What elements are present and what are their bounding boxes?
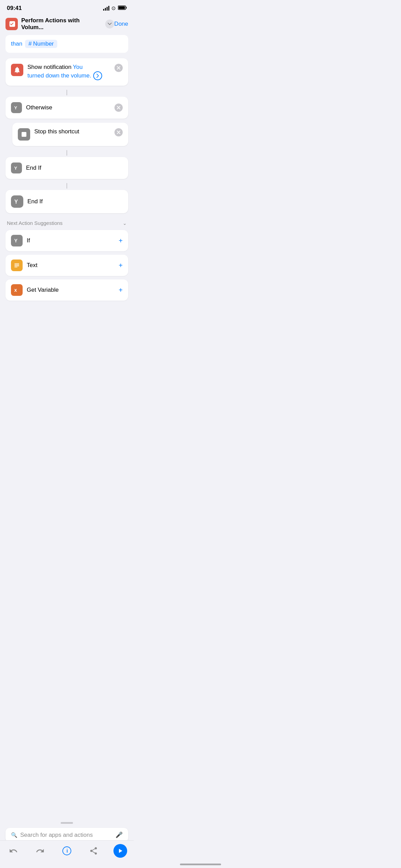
add-text-button[interactable]: + <box>119 262 123 269</box>
svg-rect-1 <box>119 7 125 9</box>
close-icon <box>117 66 120 70</box>
svg-rect-2 <box>126 7 127 9</box>
svg-text:Y: Y <box>14 105 17 110</box>
svg-text:Y: Y <box>14 238 18 243</box>
if-suggestion-label: If <box>27 237 30 244</box>
otherwise-icon: Y <box>11 102 22 113</box>
nav-left: Perform Actions with Volum... <box>5 17 114 31</box>
close-stop-button[interactable] <box>114 128 123 136</box>
y-icon-3: Y <box>13 198 21 205</box>
otherwise-card[interactable]: Y Otherwise <box>5 97 128 119</box>
notification-content: Show notification You turned down the vo… <box>27 64 114 80</box>
close-notification-button[interactable] <box>114 64 123 72</box>
shortcut-icon <box>8 20 15 28</box>
end-if-2-card[interactable]: Y End If <box>5 190 128 213</box>
if-suggestion-icon: Y <box>11 235 23 246</box>
text-icon <box>13 262 20 269</box>
y-icon: Y <box>13 104 20 111</box>
expand-button[interactable] <box>93 71 102 80</box>
show-notification-label: Show notification <box>27 64 72 71</box>
end-if-2-icon: Y <box>11 195 23 208</box>
status-time: 09:41 <box>7 5 22 12</box>
chevron-down-icon <box>108 23 112 25</box>
svg-text:Y: Y <box>14 166 17 171</box>
status-bar: 09:41 ⊙ <box>0 0 134 14</box>
app-icon <box>5 18 18 30</box>
stop-shortcut-card[interactable]: Stop this shortcut <box>12 123 128 146</box>
number-label: Number <box>33 40 54 47</box>
add-variable-button[interactable]: + <box>119 286 123 294</box>
notification-variable[interactable]: You <box>73 64 83 71</box>
add-if-button[interactable]: + <box>119 237 123 245</box>
notification-text: turned down the volume. <box>27 72 91 79</box>
than-text: than <box>11 40 22 47</box>
end-if-1-icon: Y <box>11 162 22 173</box>
suggestion-variable[interactable]: x Get Variable + <box>5 279 128 301</box>
variable-suggestion-icon: x <box>11 284 23 296</box>
svg-rect-4 <box>22 132 26 137</box>
end-if-2-label: End If <box>27 198 42 205</box>
connector-line-3 <box>66 183 67 189</box>
bell-icon <box>13 66 21 74</box>
svg-text:Y: Y <box>14 199 18 205</box>
nav-title: Perform Actions with Volum... <box>21 17 100 31</box>
workflow-content: than # Number Show notification You <box>0 35 134 359</box>
show-notification-card[interactable]: Show notification You turned down the vo… <box>5 58 128 86</box>
text-suggestion-icon <box>11 260 23 271</box>
variable-suggestion-label: Get Variable <box>27 287 59 293</box>
end-if-1-label: End If <box>26 165 41 171</box>
battery-icon <box>118 5 127 11</box>
number-badge[interactable]: # Number <box>25 40 57 48</box>
y-if-icon: Y <box>13 237 20 244</box>
nav-bar: Perform Actions with Volum... Done <box>0 14 134 35</box>
otherwise-label: Otherwise <box>26 104 52 111</box>
status-icons: ⊙ <box>103 5 127 11</box>
variable-icon: x <box>13 287 20 293</box>
wifi-icon: ⊙ <box>111 5 116 11</box>
nav-chevron-button[interactable] <box>105 20 114 28</box>
stop-icon <box>18 128 30 141</box>
done-button[interactable]: Done <box>114 21 128 27</box>
hash-symbol: # <box>28 40 32 47</box>
y-icon-2: Y <box>13 165 20 171</box>
suggestion-if[interactable]: Y If + <box>5 230 128 251</box>
end-if-1-card[interactable]: Y End If <box>5 157 128 179</box>
text-suggestion-label: Text <box>27 262 37 269</box>
signal-icon <box>103 6 109 11</box>
close-icon <box>117 131 120 134</box>
suggestion-text[interactable]: Text + <box>5 255 128 276</box>
suggestions-chevron-icon[interactable]: ⌄ <box>123 220 127 226</box>
connector-line-2 <box>66 150 67 156</box>
notification-icon <box>11 64 23 76</box>
stop-square-icon <box>21 131 27 137</box>
connector-line-1 <box>66 90 67 95</box>
notification-subtitle: turned down the volume. <box>27 71 114 80</box>
close-otherwise-button[interactable] <box>114 104 123 112</box>
stop-shortcut-label: Stop this shortcut <box>34 128 79 135</box>
suggestions-header[interactable]: Next Action Suggestions ⌄ <box>5 217 128 230</box>
svg-text:x: x <box>14 287 17 293</box>
suggestions-title: Next Action Suggestions <box>7 220 63 226</box>
arrow-right-icon <box>96 74 99 78</box>
partial-condition-card: than # Number <box>5 35 128 53</box>
close-icon <box>117 106 120 109</box>
